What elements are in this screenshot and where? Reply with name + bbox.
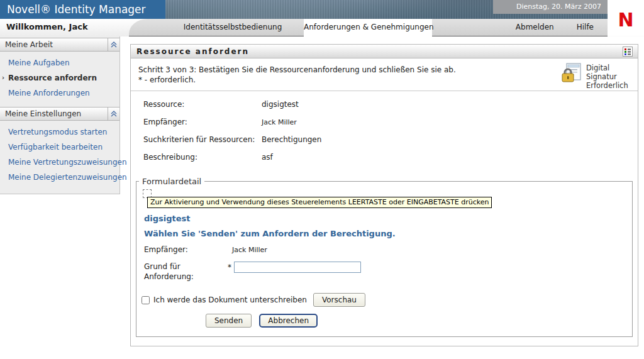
tab-requests-approvals[interactable]: Anforderungen & Genehmigungen [304, 19, 432, 36]
sidebar-item-my-tasks[interactable]: Meine Aufgaben [0, 55, 119, 70]
panel-title-bar: Ressource anfordern [131, 45, 638, 58]
sidebar: Meine Arbeit Meine Aufgaben › Ressource … [0, 36, 120, 194]
sidebar-section-title: Meine Einstellungen [0, 109, 108, 118]
app-title: Novell® Identity Manager [0, 0, 165, 19]
sidebar-item-start-proxy-mode[interactable]: Vertretungsmodus starten [0, 124, 119, 140]
required-hint: * - erforderlich. [138, 75, 630, 85]
request-summary: Ressource:digsigtest Empfänger:Jack Mill… [131, 91, 638, 173]
control-activation-tooltip: Zur Aktivierung und Verwendung dieses St… [147, 197, 492, 208]
digital-signature-indicator: Digital Signatur Erforderlich [561, 62, 631, 90]
request-resource-panel: Ressource anfordern Schritt 3 von 3: Bes… [130, 44, 638, 346]
summary-row-recipient: Empfänger:Jack Miller [143, 118, 638, 127]
sign-document-row: Ich werde das Dokument unterschreiben Vo… [142, 293, 632, 307]
form-reason-row: Grund für Anforderung:* [144, 262, 632, 282]
summary-row-resource: Ressource:digsigtest [143, 100, 638, 109]
novell-logo: N [608, 0, 644, 36]
navigation-row: Willkommen, Jack Identitätsselbstbedienu… [0, 19, 644, 36]
top-banner: Novell® Identity Manager Dienstag, 20. M… [0, 0, 644, 19]
sidebar-item-my-proxy-assignments[interactable]: Meine Vertretungszuweisungen [0, 155, 119, 170]
form-detail-legend: Formulardetail [139, 177, 204, 186]
logout-link[interactable]: Abmelden [516, 19, 554, 36]
sidebar-item-my-delegate-assignments[interactable]: Meine Delegiertenzuweisungen [0, 170, 119, 185]
submit-button[interactable]: Senden [206, 314, 252, 328]
form-resource-name: digsigtest [144, 214, 632, 223]
summary-row-description: Beschreibung:asf [143, 153, 638, 162]
reason-input[interactable] [234, 262, 361, 273]
digital-signature-lock-icon [561, 62, 582, 84]
sign-document-label: Ich werde das Dokument unterschreiben [153, 295, 307, 304]
sidebar-section-title: Meine Arbeit [0, 40, 108, 49]
sidebar-section-my-settings-header: Meine Einstellungen [0, 107, 119, 121]
sidebar-item-edit-availability[interactable]: Verfügbarkeit bearbeiten [0, 140, 119, 155]
date-display: Dienstag, 20. März 2007 [493, 0, 608, 14]
portlet-options-button[interactable] [623, 47, 633, 57]
collapse-section-button[interactable] [108, 38, 119, 51]
sign-document-checkbox[interactable] [142, 296, 150, 304]
step-header: Schritt 3 von 3: Bestätigen Sie die Ress… [131, 58, 638, 91]
panel-title: Ressource anfordern [131, 47, 623, 56]
novell-n-icon: N [618, 11, 633, 30]
form-recipient-row: Empfänger:Jack Miller [144, 245, 632, 255]
form-actions: Senden Abbrechen [206, 314, 632, 328]
form-instruction: Wählen Sie 'Senden' zum Anfordern der Be… [144, 229, 632, 238]
sidebar-section-my-work-header: Meine Arbeit [0, 38, 119, 52]
cancel-button[interactable]: Abbrechen [259, 314, 318, 328]
sidebar-my-settings-items: Vertretungsmodus starten Verfügbarkeit b… [0, 121, 119, 190]
sidebar-item-request-resource[interactable]: › Ressource anfordern [0, 70, 119, 86]
collapse-section-button[interactable] [108, 108, 119, 120]
summary-row-search-criteria: Suchkriterien für Ressourcen:Berechtigun… [143, 135, 638, 145]
help-link[interactable]: Hilfe [577, 19, 594, 36]
focused-control-area: Zur Aktivierung und Verwendung dieses St… [136, 187, 632, 213]
tab-strip: Identitätsselbstbedienung Anforderungen … [129, 19, 608, 36]
sidebar-my-work-items: Meine Aufgaben › Ressource anfordern Mei… [0, 52, 119, 106]
preview-button[interactable]: Vorschau [313, 293, 365, 307]
sidebar-item-my-requests[interactable]: Meine Anforderungen [0, 86, 119, 101]
chevron-double-up-icon [111, 41, 117, 48]
portlet-grid-icon [623, 47, 633, 57]
step-text: Schritt 3 von 3: Bestätigen Sie die Ress… [138, 65, 630, 75]
identity-manager-app: Novell® Identity Manager Dienstag, 20. M… [0, 0, 644, 359]
active-item-arrow-icon: › [2, 70, 4, 86]
digital-signature-label: Digital Signatur Erforderlich [586, 64, 631, 90]
tab-identity-self-service[interactable]: Identitätsselbstbedienung [173, 19, 292, 36]
required-asterisk: * [228, 262, 234, 272]
form-detail-fieldset: Formulardetail Zur Aktivierung und Verwe… [136, 177, 633, 337]
chevron-double-up-icon [111, 111, 117, 117]
